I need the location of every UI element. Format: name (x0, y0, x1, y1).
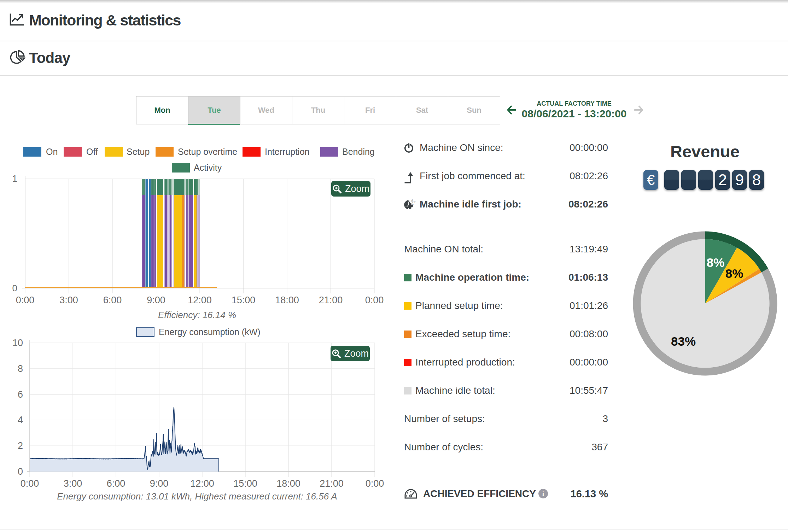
svg-text:3:00: 3:00 (64, 478, 82, 489)
svg-text:8%: 8% (707, 256, 725, 269)
svg-text:8%: 8% (725, 267, 743, 280)
svg-text:4: 4 (18, 415, 23, 425)
svg-text:21:00: 21:00 (320, 478, 344, 489)
svg-text:2: 2 (18, 440, 23, 451)
svg-text:6:00: 6:00 (107, 478, 126, 489)
svg-text:15:00: 15:00 (233, 478, 257, 489)
svg-text:0:00: 0:00 (21, 478, 39, 489)
svg-text:12:00: 12:00 (190, 478, 214, 489)
svg-text:83%: 83% (671, 334, 696, 348)
svg-text:9:00: 9:00 (150, 478, 169, 489)
svg-text:0: 0 (18, 466, 23, 477)
svg-text:0:00: 0:00 (366, 478, 384, 489)
svg-text:18:00: 18:00 (276, 478, 300, 489)
